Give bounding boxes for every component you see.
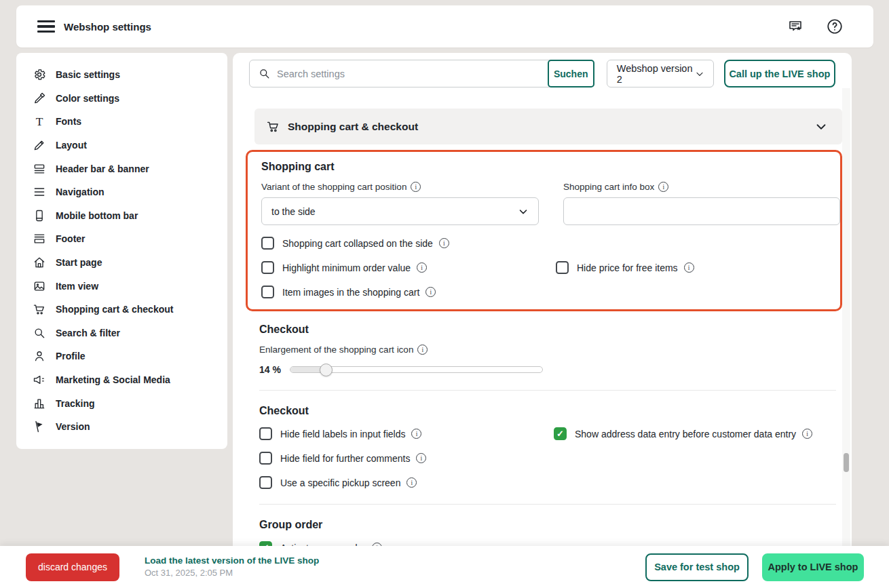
sidebar-item-search-filter[interactable]: Search & filter (16, 321, 227, 345)
checkbox-label: Show address data entry before customer … (575, 429, 796, 439)
checkbox[interactable] (259, 541, 272, 546)
checkbox[interactable] (261, 237, 274, 250)
checkbox-hide-field-labels[interactable]: Hide field labels in input fields (259, 427, 421, 440)
sidebar-item-layout[interactable]: Layout (16, 134, 227, 157)
cart-info-box-input[interactable] (563, 197, 840, 225)
sidebar-item-mobile-bottom-bar[interactable]: Mobile bottom bar (16, 204, 227, 228)
sidebar-item-label: Navigation (56, 187, 105, 197)
info-icon[interactable] (411, 429, 421, 439)
search-settings-field: Suchen (249, 60, 594, 87)
group-order-heading: Group order (259, 519, 836, 531)
sidebar-item-label: Tracking (56, 398, 95, 409)
sidebar-item-start-page[interactable]: Start page (16, 251, 227, 275)
sidebar-item-version[interactable]: Version (16, 415, 227, 439)
search-input[interactable] (249, 60, 594, 87)
megaphone-icon (33, 373, 46, 387)
sidebar-item-label: Footer (56, 233, 86, 244)
divider (259, 390, 836, 391)
mobile-icon (33, 209, 46, 222)
apply-to-live-shop-button[interactable]: Apply to LIVE shop (762, 553, 864, 581)
checkbox[interactable] (261, 261, 274, 274)
discard-changes-button[interactable]: discard changes (26, 553, 119, 581)
info-icon[interactable] (417, 345, 428, 355)
info-icon[interactable] (439, 238, 449, 248)
save-for-test-shop-button[interactable]: Save for test shop (645, 553, 749, 581)
top-app-bar: Webshop settings (16, 5, 873, 47)
checkbox[interactable] (259, 476, 272, 489)
info-icon[interactable] (411, 182, 421, 192)
sidebar-item-profile[interactable]: Profile (16, 345, 227, 368)
sidebar-item-label: Marketing & Social Media (56, 374, 170, 385)
sidebar-item-footer[interactable]: Footer (16, 227, 227, 251)
image-icon (33, 279, 46, 293)
sidebar-item-navigation[interactable]: Navigation (16, 180, 227, 204)
sidebar-item-tracking[interactable]: Tracking (16, 391, 227, 415)
checkbox-highlight-min-order[interactable]: Highlight minimum order value (261, 261, 427, 274)
cart-icon (33, 302, 46, 316)
info-icon[interactable] (684, 262, 694, 273)
settings-sidebar: Basic settings Color settings T Fonts La… (16, 53, 227, 449)
chevron-down-icon[interactable] (814, 119, 829, 134)
checkbox-show-address-entry[interactable]: Show address data entry before customer … (554, 427, 812, 440)
action-footer-bar: discard changes Load the latest version … (0, 546, 889, 588)
chevron-down-icon (517, 205, 529, 218)
sidebar-item-color-settings[interactable]: Color settings (16, 87, 227, 111)
scrollbar-thumb[interactable] (844, 453, 849, 472)
checkbox-label: Item images in the shopping cart (282, 287, 419, 298)
checkbox-label: Highlight minimum order value (282, 262, 411, 273)
checkout-heading: Checkout (259, 324, 836, 336)
checkbox[interactable] (259, 452, 272, 465)
bar-chart-icon (33, 397, 46, 410)
checkbox-activate-group-order[interactable]: Activate group order (259, 541, 382, 546)
webshop-version-select[interactable]: Webshop version 2 (607, 60, 714, 87)
checkbox-cart-collapsed[interactable]: Shopping cart collapsed on the side (261, 237, 449, 250)
info-icon[interactable] (802, 429, 812, 439)
checkbox[interactable] (556, 261, 569, 274)
scrollbar-track[interactable] (842, 88, 850, 546)
checkbox[interactable] (554, 427, 567, 440)
page-title: Webshop settings (64, 21, 151, 33)
feedback-review-icon[interactable] (787, 18, 803, 35)
info-icon[interactable] (406, 477, 417, 488)
info-icon[interactable] (425, 287, 436, 297)
help-icon[interactable] (826, 18, 844, 35)
svg-text:T: T (36, 115, 43, 128)
sidebar-item-fonts[interactable]: T Fonts (16, 110, 227, 134)
settings-main-panel: Suchen Webshop version 2 Call up the LIV… (233, 53, 852, 546)
variant-position-label: Variant of the shopping cart position (261, 182, 406, 192)
sidebar-item-marketing-social[interactable]: Marketing & Social Media (16, 368, 227, 392)
load-live-version-link[interactable]: Load the latest version of the LIVE shop (145, 555, 319, 567)
sidebar-item-basic-settings[interactable]: Basic settings (16, 63, 227, 87)
enlargement-label: Enlargement of the shopping cart icon (259, 345, 413, 355)
live-version-timestamp: Oct 31, 2025, 2:05 PM (145, 568, 319, 579)
info-icon[interactable] (416, 453, 426, 463)
checkbox-hide-price-free-items[interactable]: Hide price for free items (556, 261, 694, 274)
info-icon[interactable] (417, 262, 427, 273)
sidebar-item-label: Search & filter (56, 328, 120, 338)
flag-icon (33, 420, 46, 433)
search-submit-button[interactable]: Suchen (548, 60, 594, 87)
checkbox-hide-further-comments[interactable]: Hide field for further comments (259, 452, 426, 465)
enlargement-slider[interactable] (290, 366, 543, 373)
sidebar-item-label: Start page (56, 257, 102, 268)
sidebar-item-header-bar[interactable]: Header bar & banner (16, 157, 227, 180)
call-up-live-shop-button[interactable]: Call up the LIVE shop (724, 60, 835, 87)
checkbox-label: Hide price for free items (577, 262, 678, 273)
checkbox-label: Hide field for further comments (280, 453, 410, 464)
hamburger-menu-icon[interactable] (37, 20, 55, 33)
checkbox[interactable] (261, 286, 274, 298)
sidebar-item-item-view[interactable]: Item view (16, 274, 227, 298)
checkbox-label: Hide field labels in input fields (280, 429, 405, 439)
checkbox-label: Use a specific pickup screen (280, 477, 400, 488)
checkbox-specific-pickup-screen[interactable]: Use a specific pickup screen (259, 476, 417, 489)
info-icon[interactable] (658, 182, 668, 192)
checkbox-label: Shopping cart collapsed on the side (282, 238, 433, 249)
sidebar-item-label: Mobile bottom bar (56, 210, 138, 221)
slider-handle[interactable] (320, 364, 333, 376)
variant-position-select[interactable]: to the side (261, 197, 539, 225)
eyedropper-icon (33, 92, 46, 105)
sidebar-item-shopping-cart-checkout[interactable]: Shopping cart & checkout (16, 298, 227, 321)
checkbox-item-images-cart[interactable]: Item images in the shopping cart (261, 286, 436, 298)
checkbox[interactable] (259, 427, 272, 440)
section-shopping-cart-checkout-header[interactable]: Shopping cart & checkout (254, 109, 842, 144)
